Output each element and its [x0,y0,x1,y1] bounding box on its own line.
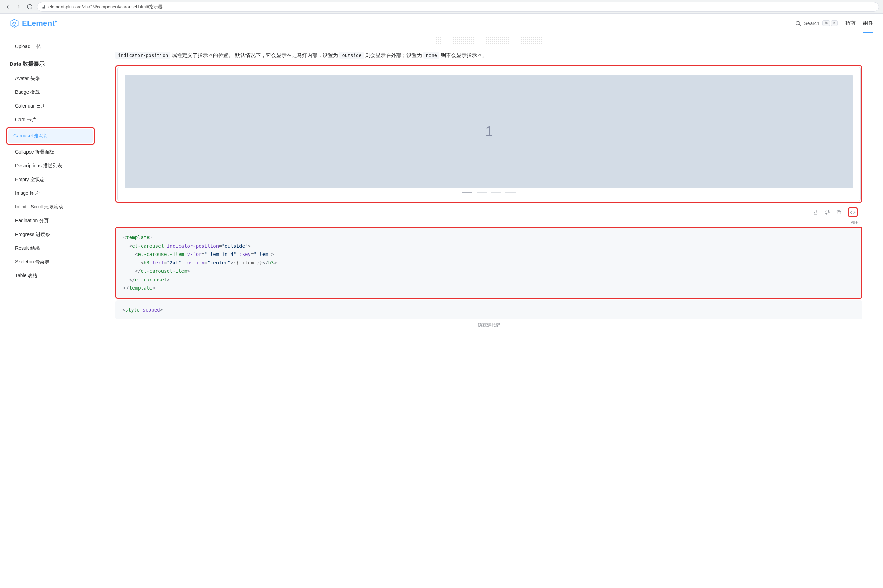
indicator-2[interactable] [476,192,487,194]
sidebar-item-pagination[interactable]: Pagination 分页 [10,214,103,228]
sidebar-item-table[interactable]: Table 表格 [10,269,103,283]
address-text: element-plus.org/zh-CN/component/carouse… [48,4,162,10]
sidebar-item-skeleton[interactable]: Skeleton 骨架屏 [10,255,103,269]
search-label: Search [804,21,819,26]
nav-guide[interactable]: 指南 [845,20,856,27]
hide-source-button[interactable]: 隐藏源代码 [116,320,862,328]
back-icon[interactable] [4,3,11,10]
sidebar-item-empty[interactable]: Empty 空状态 [10,173,103,186]
forward-icon[interactable] [15,3,22,10]
logo-text: ELement+ [22,19,57,28]
reload-icon[interactable] [26,3,33,10]
sidebar-item-result[interactable]: Result 结果 [10,242,103,255]
sidebar-item-descriptions[interactable]: Descriptions 描述列表 [10,159,103,173]
lock-icon [42,5,46,9]
sidebar-item-upload[interactable]: Upload 上传 [10,40,103,54]
code-outside: outside [339,51,364,59]
slide-number: 1 [485,124,493,139]
sidebar-section-data: Data 数据展示 [10,54,103,72]
description-paragraph: indicator-position 属性定义了指示器的位置。 默认情况下，它会… [116,51,862,60]
indicator-1[interactable] [462,192,472,194]
search-icon [795,20,801,27]
logo-icon [10,18,19,28]
demo-card: 1 [117,67,860,201]
indicator-4[interactable] [505,192,516,194]
site-header: ELement+ Search ⌘ K 指南 组件 [0,14,883,33]
svg-point-0 [796,21,800,25]
logo[interactable]: ELement+ [10,18,57,28]
code-block[interactable]: <template> <el-carousel indicator-positi… [117,228,861,298]
code-none: none [423,51,440,59]
main-content: indicator-position 属性定义了指示器的位置。 默认情况下，它会… [103,33,883,342]
sidebar-item-image[interactable]: Image 图片 [10,186,103,200]
sidebar-item-infinite[interactable]: Infinite Scroll 无限滚动 [10,200,103,214]
annotation-box-code: <template> <el-carousel indicator-positi… [116,226,862,299]
code-indicator-position: indicator-position [116,51,170,59]
annotation-box-sidebar: Carousel 走马灯 [6,128,95,145]
browser-chrome: element-plus.org/zh-CN/component/carouse… [0,0,883,14]
demo-toolbar [116,205,862,220]
annotation-box-code-toggle [848,207,857,217]
sidebar-item-carousel[interactable]: Carousel 走马灯 [8,129,93,143]
copy-icon[interactable] [836,210,842,215]
sidebar-item-collapse[interactable]: Collapse 折叠面板 [10,145,103,159]
sidebar-item-card[interactable]: Card 卡片 [10,113,103,127]
sidebar: Upload 上传 Data 数据展示 Avatar 头像 Badge 徽章 C… [0,33,103,342]
sidebar-item-progress[interactable]: Progress 进度条 [10,228,103,242]
annotation-box-demo: 1 [116,65,862,203]
svg-rect-1 [838,211,841,214]
github-icon[interactable] [824,210,830,215]
sidebar-item-badge[interactable]: Badge 徽章 [10,86,103,99]
carousel-slide[interactable]: 1 [125,75,853,188]
carousel-indicators [125,188,853,194]
code-language: vue [116,220,862,225]
playground-icon[interactable] [813,210,818,215]
code-icon[interactable] [850,210,856,215]
sidebar-item-calendar[interactable]: Calendar 日历 [10,99,103,113]
search-button[interactable]: Search ⌘ K [795,20,838,27]
code-block-style[interactable]: <style scoped> [116,300,862,320]
indicator-3[interactable] [491,192,501,194]
sidebar-item-avatar[interactable]: Avatar 头像 [10,72,103,86]
shortcut-hint: ⌘ K [822,20,838,26]
address-bar[interactable]: element-plus.org/zh-CN/component/carouse… [37,2,879,12]
nav-component[interactable]: 组件 [863,20,873,27]
decorative-pattern [435,36,542,45]
